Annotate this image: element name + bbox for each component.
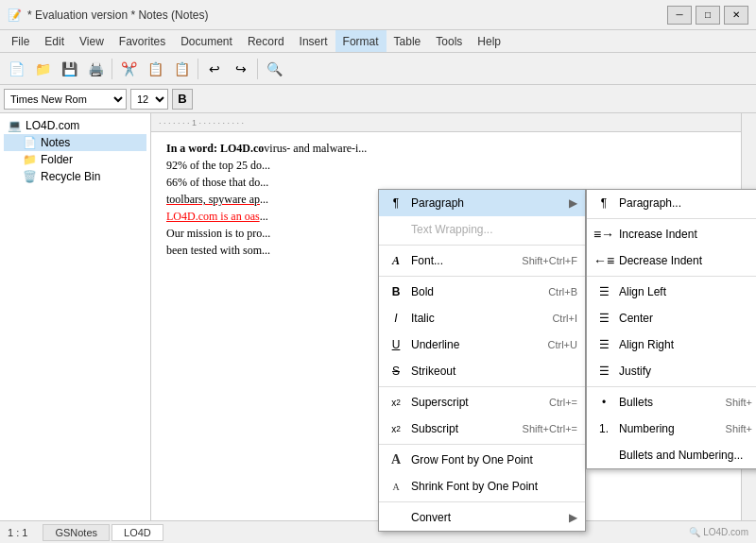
menu-table[interactable]: Table	[387, 30, 429, 52]
growfont-icon: A	[387, 450, 405, 469]
format-superscript-item[interactable]: x2 Superscript Ctrl+=	[379, 389, 585, 416]
tree-item-folder[interactable]: 📁 Folder	[4, 151, 146, 168]
menu-favorites[interactable]: Favorites	[112, 30, 173, 52]
justify-icon: ☰	[594, 362, 613, 381]
para-1-bold: In a word: LO4D.co	[166, 142, 264, 155]
para-alignright-item[interactable]: ☰ Align Right	[587, 331, 756, 358]
tree-item-notes[interactable]: 📄 Notes	[4, 134, 146, 151]
numbering-shortcut: Shift+	[707, 423, 752, 434]
bullets-shortcut: Shift+	[707, 397, 752, 408]
tree-item-lo4d[interactable]: 💻 LO4D.com	[4, 117, 146, 134]
para-center-item[interactable]: ☰ Center	[587, 305, 756, 331]
new-button[interactable]: 📄	[4, 57, 28, 81]
ruler-text: · · · · · · · 1 · · · · · · · · · ·	[159, 118, 244, 127]
font-family-select[interactable]: Times New Rom	[4, 89, 127, 110]
close-button[interactable]: ✕	[724, 6, 748, 25]
shrinkfont-icon: A	[387, 477, 405, 496]
para-numbering-item[interactable]: 1. Numbering Shift+	[587, 416, 756, 442]
menu-tools[interactable]: Tools	[428, 30, 470, 52]
format-bold-item[interactable]: B Bold Ctrl+B	[379, 279, 585, 305]
italic-icon: I	[387, 309, 405, 328]
menu-format[interactable]: Format	[335, 30, 387, 52]
toolbar: 📄 📁 💾 🖨️ ✂️ 📋 📋 ↩ ↪ 🔍	[0, 53, 756, 85]
status-tab-lo4d[interactable]: LO4D	[112, 524, 163, 541]
format-subscript-item[interactable]: x2 Subscript Shift+Ctrl+=	[379, 416, 585, 442]
menu-record[interactable]: Record	[240, 30, 292, 52]
maximize-button[interactable]: □	[696, 6, 720, 25]
format-font-item[interactable]: A Font... Shift+Ctrl+F	[379, 247, 585, 274]
open-button[interactable]: 📁	[30, 57, 55, 81]
menu-help[interactable]: Help	[470, 30, 508, 52]
title-text: * Evaluation version * Notes (Notes)	[27, 8, 208, 22]
paragraph-label: Paragraph	[411, 196, 464, 210]
search-button[interactable]: 🔍	[262, 57, 286, 81]
notes-icon: 📄	[23, 136, 37, 149]
para-alignleft-item[interactable]: ☰ Align Left	[587, 279, 756, 305]
bold-label: Bold	[411, 285, 434, 298]
menu-bar: File Edit View Favorites Document Record…	[0, 30, 756, 53]
main-area: 💻 LO4D.com 📄 Notes 📁 Folder 🗑️ Recycle B…	[0, 113, 756, 520]
menu-view[interactable]: View	[72, 30, 112, 52]
format-growfont-item[interactable]: A Grow Font by One Point	[379, 447, 585, 473]
tree-item-recycle[interactable]: 🗑️ Recycle Bin	[4, 168, 146, 185]
format-shrinkfont-item[interactable]: A Shrink Font by One Point	[379, 473, 585, 500]
menu-insert[interactable]: Insert	[292, 30, 335, 52]
justify-label: Justify	[619, 365, 651, 378]
format-convert-item[interactable]: Convert ▶	[379, 504, 585, 531]
menu-edit[interactable]: Edit	[37, 30, 72, 52]
paragraph-icon: ¶	[387, 194, 405, 212]
format-italic-item[interactable]: I Italic Ctrl+I	[379, 305, 585, 331]
toolbar-separator-1	[112, 59, 112, 79]
format-strikeout-item[interactable]: S Strikeout	[379, 358, 585, 384]
cut-button[interactable]: ✂️	[116, 57, 141, 81]
title-bar: 📝 * Evaluation version * Notes (Notes) ─…	[0, 0, 756, 30]
para-paragraph-item[interactable]: ¶ Paragraph...	[587, 190, 756, 216]
minimize-button[interactable]: ─	[667, 6, 692, 25]
paste-button[interactable]: 📋	[169, 57, 194, 81]
para-2: 92% of the top 25 do...	[166, 157, 741, 174]
bold-shortcut: Ctrl+B	[529, 286, 577, 297]
font-shortcut: Shift+Ctrl+F	[503, 255, 577, 266]
undo-button[interactable]: ↩	[202, 57, 227, 81]
lo4d-icon: 💻	[8, 119, 22, 132]
status-tab-gsnotes[interactable]: GSNotes	[43, 524, 110, 541]
menu-document[interactable]: Document	[173, 30, 240, 52]
paragraph-submenu: ¶ Paragraph... ≡→ Increase Indent ←≡ Dec…	[586, 189, 756, 469]
position-indicator: 1 : 1	[8, 527, 27, 538]
bold-button[interactable]: B	[172, 89, 193, 110]
print-button[interactable]: 🖨️	[83, 57, 108, 81]
underline-shortcut: Ctrl+U	[529, 339, 577, 350]
watermark: 🔍 LO4D.com	[689, 527, 748, 537]
format-menu: ¶ Paragraph ▶ Text Wrapping... A Font...…	[378, 189, 586, 532]
folder-label: Folder	[41, 153, 73, 166]
bullets-label: Bullets	[619, 396, 653, 409]
superscript-label: Superscript	[411, 396, 469, 409]
superscript-icon: x2	[387, 393, 405, 412]
format-paragraph-item[interactable]: ¶ Paragraph ▶	[379, 190, 585, 216]
menu-file[interactable]: File	[4, 30, 37, 52]
format-underline-item[interactable]: U Underline Ctrl+U	[379, 331, 585, 358]
para-1-rest: virus- and malware-i...	[264, 142, 367, 155]
notes-label: Notes	[41, 136, 70, 149]
font-size-select[interactable]: 12	[130, 89, 168, 110]
para-sep-1	[587, 218, 756, 219]
superscript-shortcut: Ctrl+=	[530, 397, 577, 408]
para-bullets-item[interactable]: • Bullets Shift+	[587, 389, 756, 416]
subscript-label: Subscript	[411, 422, 458, 435]
font-label: Font...	[411, 254, 443, 267]
para-increaseindent-item[interactable]: ≡→ Increase Indent	[587, 221, 756, 247]
para-decreaseindent-item[interactable]: ←≡ Decrease Indent	[587, 247, 756, 274]
subscript-icon: x2	[387, 419, 405, 438]
italic-label: Italic	[411, 312, 435, 325]
para-bulletsnumbering-item[interactable]: Bullets and Numbering...	[587, 442, 756, 468]
numbering-icon: 1.	[594, 419, 613, 438]
redo-button[interactable]: ↪	[229, 57, 253, 81]
para-justify-item[interactable]: ☰ Justify	[587, 358, 756, 384]
underline-label: Underline	[411, 338, 459, 351]
app-icon: 📝	[8, 8, 22, 22]
title-bar-controls: ─ □ ✕	[667, 6, 748, 25]
para-paragraph-label: Paragraph...	[619, 196, 681, 210]
increaseindent-icon: ≡→	[594, 225, 613, 244]
copy-button[interactable]: 📋	[143, 57, 167, 81]
save-button[interactable]: 💾	[57, 57, 81, 81]
